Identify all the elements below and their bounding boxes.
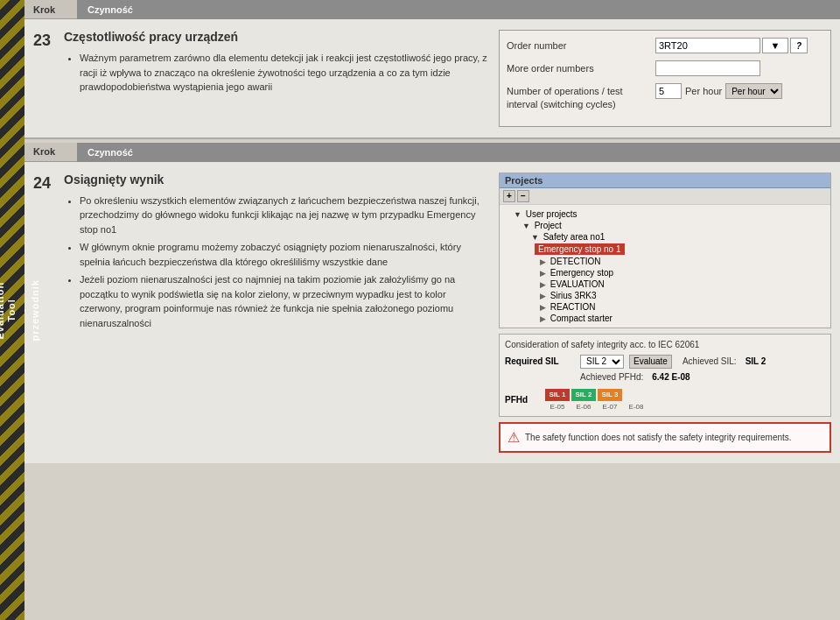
step-23-left: Częstotliwość pracy urządzeń Ważnym para… (64, 30, 831, 127)
exponents-row: E-05 E-06 E-07 E-08 (545, 403, 648, 411)
tree-label-evaluation: EVALUATION (550, 279, 605, 289)
achieved-pfhd-row: Achieved PFHd: 6.42 E-08 (505, 372, 825, 382)
right-panel-23: Order number ▼ ? More order numbers Numb… (499, 30, 831, 127)
tree-safety-area[interactable]: ▼ Safety area no1 (505, 231, 825, 243)
per-hour-row: Per hour Per hour Per day Per year (655, 83, 782, 99)
projects-tree: ▼ User projects ▼ Project ▼ Safety area … (500, 205, 830, 328)
section-23-header: Krok Czynność (24, 0, 840, 19)
tree-compact[interactable]: ▶ Compact starter (505, 313, 825, 324)
per-hour-label: Per hour (685, 86, 722, 96)
chevron-right-icon-3: ▶ (540, 280, 546, 289)
bullet-24-3: Jeżeli poziom nienaruszalności jest co n… (80, 272, 490, 330)
required-sil-label: Required SIL (505, 356, 575, 366)
tree-emergency-stop[interactable]: Emergency stop no 1 (505, 243, 825, 256)
achieved-sil-value: SIL 2 (746, 356, 766, 366)
tree-reaction[interactable]: ▶ REACTION (505, 301, 825, 313)
section-24-content: 24 Osiągnięty wynik Po określeniu wszyst… (24, 162, 840, 463)
order-number-input[interactable] (655, 38, 760, 53)
chevron-right-icon-2: ▶ (540, 269, 546, 278)
help-button[interactable]: ? (790, 38, 808, 53)
operations-label: Number of operations / test interval (sw… (507, 83, 655, 112)
arrow-down-icon-2: ▼ (522, 222, 530, 230)
sil-rows: Required SIL SIL 2 SIL 1 SIL 3 Evaluate … (505, 355, 825, 411)
bullet-24-2: W głównym oknie programu możemy zobaczyć… (80, 240, 490, 269)
czynnosc-label-24: Czynność (77, 143, 840, 162)
arrow-down-icon: ▼ (514, 210, 522, 219)
warning-message: The safety function does not satisfy the… (525, 433, 792, 442)
sil-bar-row: PFHd SIL 1 SIL 2 SIL 3 E-05 E-06 (505, 389, 825, 411)
required-sil-select[interactable]: SIL 2 SIL 1 SIL 3 (580, 355, 624, 369)
step-23-body: Częstotliwość pracy urządzeń Ważnym para… (64, 30, 490, 127)
tree-label-compact: Compact starter (550, 314, 612, 323)
sidebar: Safety Evaluation Tool - przewodnik (0, 0, 24, 620)
tree-label-project: Project (535, 221, 562, 230)
czynnosc-label-23: Czynność (77, 0, 840, 19)
sil-bars-container: SIL 1 SIL 2 SIL 3 E-05 E-06 E-07 E-08 (545, 389, 648, 411)
achieved-pfhd-value: 6.42 E-08 (652, 372, 690, 382)
achieved-pfhd-label: Achieved PFHd: (580, 372, 643, 382)
bullet-24-1: Po określeniu wszystkich elementów związ… (80, 194, 490, 237)
tree-emergency-stop-child[interactable]: ▶ Emergency stop (505, 267, 825, 278)
section-24-header: Krok Czynność (24, 143, 840, 162)
step-23-title: Częstotliwość pracy urządzeń (64, 30, 490, 44)
exp-4: E-08 (624, 403, 648, 411)
krok-label-23: Krok (24, 0, 77, 19)
more-order-label: More order numbers (507, 63, 655, 74)
step-24-body: Osiągnięty wynik Po określeniu wszystkic… (64, 173, 490, 453)
sil-title: Consideration of safety integrity acc. t… (505, 340, 825, 349)
per-hour-select[interactable]: Per hour Per day Per year (725, 83, 782, 99)
order-number-row: Order number ▼ ? (507, 38, 823, 53)
exp-2: E-06 (571, 403, 596, 411)
krok-label-24: Krok (24, 143, 77, 162)
sidebar-label: Safety Evaluation Tool - przewodnik (0, 279, 41, 342)
chevron-right-icon-5: ▶ (540, 303, 546, 312)
sil-bar-2: SIL 2 (571, 389, 596, 401)
tree-label-user-projects: User projects (526, 209, 578, 219)
exp-1: E-05 (545, 403, 570, 411)
evaluate-button[interactable]: Evaluate (629, 355, 672, 369)
bullet-item-1: Ważnym parametrem zarówno dla elementu d… (80, 51, 490, 95)
tree-project[interactable]: ▼ Project (505, 220, 825, 231)
step-number-23: 23 (33, 30, 64, 127)
operations-value-input[interactable] (655, 83, 682, 99)
projects-plus-btn[interactable]: + (503, 190, 515, 202)
projects-toolbar: + − (500, 188, 830, 205)
tree-detection[interactable]: ▶ DETECTION (505, 256, 825, 267)
sil-bar-1: SIL 1 (545, 389, 570, 401)
step-24-left: Osiągnięty wynik Po określeniu wszystkic… (64, 173, 831, 453)
order-number-dropdown[interactable]: ▼ (762, 38, 788, 53)
right-panel-24: Projects + − ▼ User projects ▼ Project (499, 173, 831, 453)
step-24-bullets: Po określeniu wszystkich elementów związ… (64, 194, 490, 331)
sil-bar-3: SIL 3 (598, 389, 622, 401)
operations-row: Number of operations / test interval (sw… (507, 83, 823, 112)
arrow-down-icon-3: ▼ (531, 233, 539, 242)
main-content: Krok Czynność 23 Częstotliwość pracy urz… (24, 0, 840, 620)
achieved-sil-label: Achieved SIL: (682, 356, 737, 366)
more-order-row: More order numbers (507, 60, 823, 76)
projects-panel: Projects + − ▼ User projects ▼ Project (499, 173, 831, 328)
tree-user-projects[interactable]: ▼ User projects (505, 208, 825, 220)
tree-label-safety-area: Safety area no1 (543, 232, 606, 242)
warning-box: ⚠ The safety function does not satisfy t… (499, 422, 831, 453)
sil-bars: SIL 1 SIL 2 SIL 3 (545, 389, 648, 401)
tree-label-emergency-stop-child: Emergency stop (550, 268, 613, 278)
tree-label-detection: DETECTION (550, 257, 601, 266)
warning-icon: ⚠ (508, 429, 520, 446)
tree-label-sirius: Sirius 3RK3 (550, 291, 597, 300)
sil-panel: Consideration of safety integrity acc. t… (499, 334, 831, 417)
tree-label-reaction: REACTION (550, 302, 596, 312)
more-order-input[interactable] (655, 60, 760, 76)
chevron-right-icon-1: ▶ (540, 257, 546, 266)
order-number-label: Order number (507, 40, 655, 51)
step-23-bullets: Ważnym parametrem zarówno dla elementu d… (64, 51, 490, 95)
pfhd-bar-label: PFHd (505, 395, 540, 405)
chevron-right-icon-6: ▶ (540, 314, 546, 323)
projects-header: Projects (500, 173, 830, 188)
tree-sirius[interactable]: ▶ Sirius 3RK3 (505, 290, 825, 301)
tree-evaluation[interactable]: ▶ EVALUATION (505, 278, 825, 290)
tree-label-emergency-stop: Emergency stop no 1 (535, 243, 625, 255)
section-23-content: 23 Częstotliwość pracy urządzeń Ważnym p… (24, 19, 840, 139)
exp-3: E-07 (598, 403, 622, 411)
chevron-right-icon-4: ▶ (540, 292, 546, 300)
projects-minus-btn[interactable]: − (517, 190, 529, 202)
